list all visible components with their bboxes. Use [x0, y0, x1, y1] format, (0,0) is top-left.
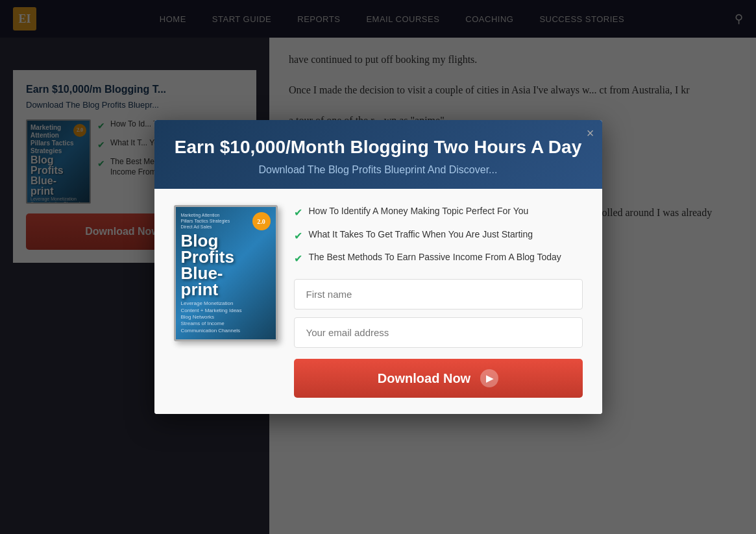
modal-check-text-1: How To Identify A Money Making Topic Per…: [309, 205, 529, 218]
modal-book-big-title: BlogProfitsBlue-print: [181, 233, 271, 297]
modal-dialog: × Earn $10,000/Month Blogging Two Hours …: [154, 120, 602, 415]
modal-check-text-3: The Best Methods To Earn Passive Income …: [309, 251, 561, 264]
modal-body: Marketing AttentionPillars Tactics Strat…: [154, 189, 602, 414]
modal-download-arrow: ▶: [480, 369, 498, 387]
modal-subtitle: Download The Blog Profits Blueprint And …: [174, 164, 583, 176]
modal-book: Marketing AttentionPillars Tactics Strat…: [174, 205, 278, 398]
modal-check-icon-1: ✔: [294, 206, 302, 220]
modal-download-button[interactable]: Download Now ▶: [294, 359, 583, 398]
modal-check-item-2: ✔ What It Takes To Get Traffic When You …: [294, 228, 583, 243]
modal-download-label: Download Now: [378, 371, 470, 386]
modal-check-icon-2: ✔: [294, 229, 302, 243]
modal-header: × Earn $10,000/Month Blogging Two Hours …: [154, 120, 602, 189]
modal-form: ✔ How To Identify A Money Making Topic P…: [294, 205, 583, 398]
modal-close-button[interactable]: ×: [587, 127, 594, 140]
modal-check-icon-3: ✔: [294, 252, 302, 266]
modal-check-text-2: What It Takes To Get Traffic When You Ar…: [309, 228, 533, 241]
modal-check-item-1: ✔ How To Identify A Money Making Topic P…: [294, 205, 583, 220]
modal-overlay[interactable]: × Earn $10,000/Month Blogging Two Hours …: [0, 0, 756, 534]
modal-check-item-3: ✔ The Best Methods To Earn Passive Incom…: [294, 251, 583, 266]
modal-checklist: ✔ How To Identify A Money Making Topic P…: [294, 205, 583, 266]
first-name-input[interactable]: [294, 279, 583, 309]
email-input[interactable]: [294, 317, 583, 348]
modal-book-cover: Marketing AttentionPillars Tactics Strat…: [174, 205, 278, 341]
modal-book-badge: 2.0: [252, 212, 271, 230]
modal-title: Earn $10,000/Month Blogging Two Hours A …: [174, 136, 583, 158]
modal-book-sub-text: Leverage MonetizationContent + Marketing…: [181, 300, 271, 334]
